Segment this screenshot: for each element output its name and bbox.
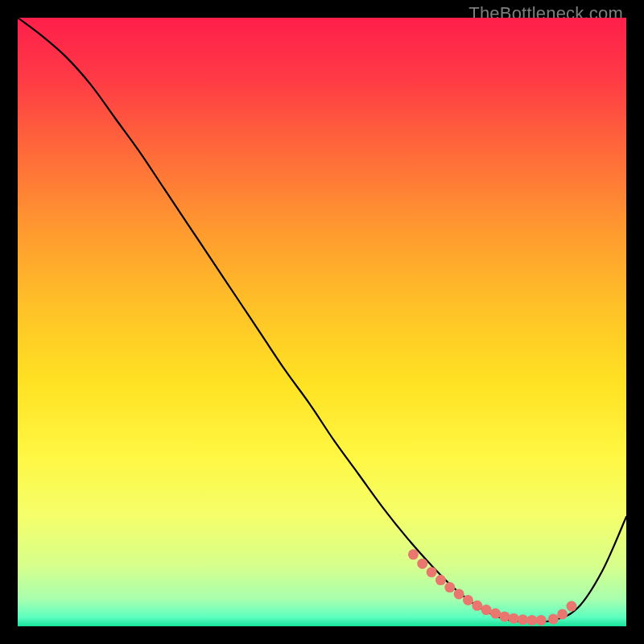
curve-marker: [417, 559, 427, 569]
curve-marker: [454, 588, 464, 599]
curve-marker: [444, 582, 455, 592]
curve-marker: [499, 611, 510, 621]
curve-marker: [436, 575, 446, 585]
chart-stage: TheBottleneck.com: [0, 0, 644, 644]
curve-marker: [472, 601, 482, 611]
curve-marker: [548, 613, 559, 624]
curve-marker: [566, 601, 576, 612]
curve-marker: [536, 615, 547, 625]
plot-area: [18, 18, 626, 626]
curve-marker: [481, 605, 492, 615]
curve-marker: [490, 609, 501, 619]
curve-marker: [526, 615, 537, 625]
chart-svg: [18, 18, 626, 626]
curve-marker: [518, 614, 528, 625]
curve-marker: [427, 567, 437, 577]
curve-marker: [463, 595, 473, 605]
curve-marker: [557, 609, 568, 619]
curve-marker: [509, 613, 519, 624]
curve-marker: [408, 549, 419, 559]
